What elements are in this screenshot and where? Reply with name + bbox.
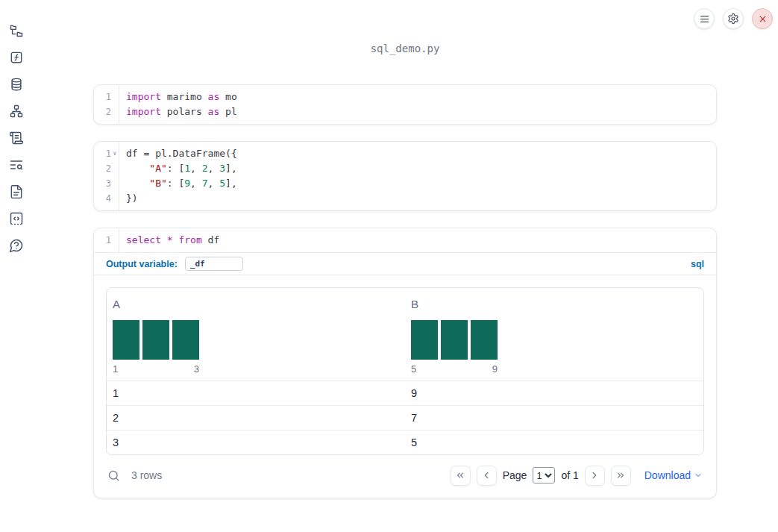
code-text: }) — [119, 191, 138, 206]
sidebar-item-snippets[interactable] — [3, 205, 30, 232]
sql-config-row: Output variable: sql — [94, 252, 716, 275]
histogram-bar[interactable] — [142, 320, 169, 360]
line-number: 3 — [106, 178, 111, 189]
table-cell: 9 — [405, 387, 703, 399]
chevron-down-icon — [694, 471, 703, 480]
code-editor[interactable]: 1∨df = pl.DataFrame({2 "A": [1, 2, 3],3 … — [94, 142, 716, 210]
code-line[interactable]: 1∨df = pl.DataFrame({ — [94, 146, 716, 161]
code-editor[interactable]: 1import marimo as mo2import polars as pl — [94, 85, 716, 124]
axis-min-label: 5 — [411, 363, 416, 375]
line-number: 2 — [106, 107, 111, 117]
code-line[interactable]: 2 "A": [1, 2, 3], — [94, 161, 716, 176]
cell-dataframe: 1∨df = pl.DataFrame({2 "A": [1, 2, 3],3 … — [93, 141, 717, 211]
table-row[interactable]: 19 — [107, 381, 703, 405]
code-text: df = pl.DataFrame({ — [119, 146, 237, 161]
column-header[interactable]: A13 — [107, 288, 405, 381]
histogram-bar[interactable] — [411, 320, 438, 360]
line-gutter: 1∨ — [94, 146, 119, 161]
line-gutter: 1 — [94, 90, 119, 104]
code-line[interactable]: 3 "B": [9, 7, 5], — [94, 176, 716, 191]
column-name: B — [411, 298, 697, 310]
line-number: 4 — [106, 193, 111, 204]
row-count-label: 3 rows — [131, 469, 162, 481]
table-cell: 3 — [107, 436, 405, 448]
settings-button[interactable] — [723, 8, 744, 29]
search-icon[interactable] — [107, 469, 120, 482]
line-number: 1 — [106, 148, 111, 159]
sql-output-area: A13B59 192735 3 rows — [94, 275, 716, 498]
line-number: 1 — [106, 235, 111, 245]
histogram-bar[interactable] — [172, 320, 199, 360]
table-row[interactable]: 27 — [107, 405, 703, 430]
file-tree-icon — [9, 23, 24, 38]
table-row[interactable]: 35 — [107, 430, 703, 454]
sidebar-item-outline[interactable] — [3, 151, 30, 178]
line-number: 1 — [106, 92, 111, 102]
cell-sql: 1select * from df Output variable: sql A… — [93, 228, 717, 498]
code-text: "A": [1, 2, 3], — [119, 161, 237, 176]
document-icon — [9, 184, 24, 199]
fold-toggle-icon[interactable]: ∨ — [111, 150, 119, 157]
last-page-button[interactable] — [611, 466, 631, 486]
histogram-bar[interactable] — [441, 320, 468, 360]
code-text: "B": [9, 7, 5], — [119, 176, 237, 191]
sidebar-item-files[interactable] — [3, 17, 30, 44]
left-panel-toolbar — [0, 0, 33, 532]
sidebar-item-variables[interactable] — [3, 44, 30, 71]
code-line[interactable]: 1import marimo as mo — [94, 90, 716, 104]
code-line[interactable]: 2import polars as pl — [94, 104, 716, 119]
line-gutter: 1 — [94, 233, 119, 248]
dependency-graph-icon — [9, 104, 24, 119]
axis-max-label: 3 — [194, 363, 199, 375]
page-of-label: of 1 — [561, 469, 578, 481]
axis-min-label: 1 — [113, 363, 118, 375]
table-header: A13B59 — [107, 288, 703, 381]
histogram-bar[interactable] — [113, 320, 139, 360]
scroll-icon — [9, 131, 24, 145]
column-header[interactable]: B59 — [405, 288, 703, 381]
gear-icon — [727, 13, 739, 25]
output-variable-label: Output variable: — [106, 259, 178, 269]
table-footer: 3 rows Page — [106, 460, 704, 490]
next-page-button[interactable] — [585, 466, 605, 486]
sidebar-item-logs[interactable] — [3, 125, 30, 151]
database-icon — [9, 77, 24, 92]
histogram-bar[interactable] — [471, 320, 498, 360]
code-line[interactable]: 1select * from df — [94, 233, 716, 248]
code-text: select * from df — [119, 233, 219, 248]
line-gutter: 3 — [94, 176, 119, 191]
code-snippet-icon — [9, 211, 24, 226]
line-gutter: 4 — [94, 191, 119, 206]
axis-max-label: 9 — [492, 363, 498, 375]
previous-page-button[interactable] — [477, 466, 497, 486]
table-cell: 2 — [107, 412, 405, 424]
table-cell: 7 — [405, 412, 703, 424]
download-label: Download — [644, 469, 691, 481]
cell-imports: 1import marimo as mo2import polars as pl — [93, 84, 717, 125]
text-search-icon — [9, 157, 24, 172]
variables-icon — [9, 50, 24, 65]
first-page-button[interactable] — [451, 466, 471, 486]
page-select[interactable]: 1 — [533, 467, 555, 484]
close-button[interactable] — [752, 8, 773, 29]
code-text: import polars as pl — [119, 104, 237, 119]
sidebar-item-documentation[interactable] — [3, 178, 30, 205]
code-line[interactable]: 4}) — [94, 191, 716, 206]
page-label: Page — [503, 469, 527, 481]
chevrons-left-icon — [455, 470, 465, 481]
sidebar-item-data-sources[interactable] — [3, 71, 30, 98]
table-cell: 5 — [405, 436, 703, 448]
sql-editor[interactable]: 1select * from df — [94, 228, 716, 252]
column-name: A — [113, 298, 399, 310]
sidebar-item-help[interactable] — [3, 232, 30, 259]
sql-language-badge: sql — [691, 259, 704, 269]
column-histogram — [113, 320, 399, 360]
help-chat-icon — [9, 238, 24, 253]
output-variable-input[interactable] — [185, 257, 243, 271]
download-button[interactable]: Download — [644, 469, 703, 481]
sidebar-item-dependency-graph[interactable] — [3, 98, 30, 125]
line-number: 2 — [106, 163, 111, 174]
histogram-axis: 59 — [411, 363, 498, 375]
chevron-right-icon — [589, 470, 600, 481]
table-body: 192735 — [107, 381, 703, 454]
